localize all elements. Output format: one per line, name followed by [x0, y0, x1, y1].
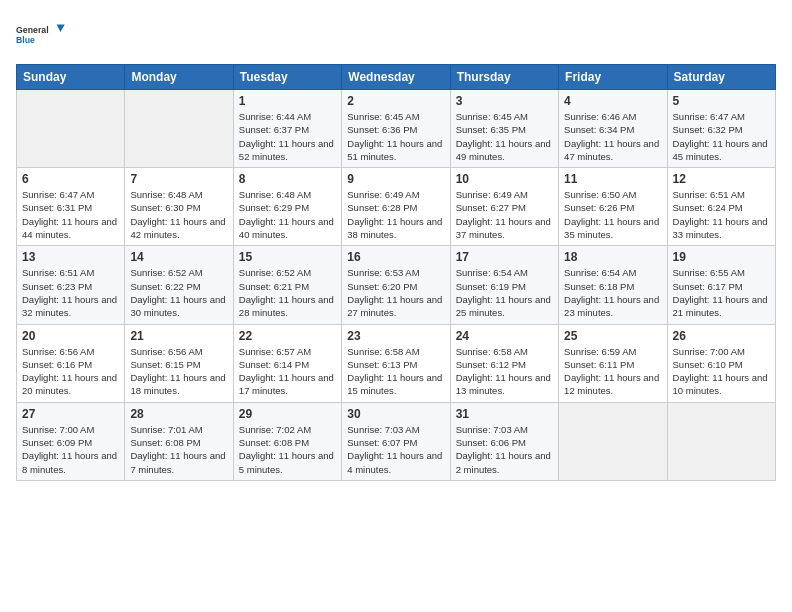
day-cell [125, 90, 233, 168]
day-cell: 30Sunrise: 7:03 AMSunset: 6:07 PMDayligh… [342, 402, 450, 480]
weekday-header-sunday: Sunday [17, 65, 125, 90]
day-info: Sunrise: 7:03 AMSunset: 6:07 PMDaylight:… [347, 423, 444, 476]
day-info: Sunrise: 6:50 AMSunset: 6:26 PMDaylight:… [564, 188, 661, 241]
svg-text:General: General [16, 25, 49, 35]
day-info: Sunrise: 6:46 AMSunset: 6:34 PMDaylight:… [564, 110, 661, 163]
day-info: Sunrise: 6:54 AMSunset: 6:18 PMDaylight:… [564, 266, 661, 319]
day-info: Sunrise: 6:45 AMSunset: 6:36 PMDaylight:… [347, 110, 444, 163]
day-info: Sunrise: 6:47 AMSunset: 6:31 PMDaylight:… [22, 188, 119, 241]
logo: General Blue [16, 16, 66, 54]
day-info: Sunrise: 7:03 AMSunset: 6:06 PMDaylight:… [456, 423, 553, 476]
weekday-header-friday: Friday [559, 65, 667, 90]
day-info: Sunrise: 6:45 AMSunset: 6:35 PMDaylight:… [456, 110, 553, 163]
day-cell: 1Sunrise: 6:44 AMSunset: 6:37 PMDaylight… [233, 90, 341, 168]
day-number: 14 [130, 250, 227, 264]
calendar-body: 1Sunrise: 6:44 AMSunset: 6:37 PMDaylight… [17, 90, 776, 481]
day-number: 23 [347, 329, 444, 343]
day-info: Sunrise: 7:01 AMSunset: 6:08 PMDaylight:… [130, 423, 227, 476]
day-cell: 29Sunrise: 7:02 AMSunset: 6:08 PMDayligh… [233, 402, 341, 480]
header: General Blue [16, 16, 776, 54]
day-cell [17, 90, 125, 168]
week-row-3: 13Sunrise: 6:51 AMSunset: 6:23 PMDayligh… [17, 246, 776, 324]
day-cell: 23Sunrise: 6:58 AMSunset: 6:13 PMDayligh… [342, 324, 450, 402]
weekday-header-monday: Monday [125, 65, 233, 90]
weekday-header-wednesday: Wednesday [342, 65, 450, 90]
day-number: 30 [347, 407, 444, 421]
svg-text:Blue: Blue [16, 35, 35, 45]
day-number: 2 [347, 94, 444, 108]
day-number: 16 [347, 250, 444, 264]
day-number: 12 [673, 172, 770, 186]
day-number: 15 [239, 250, 336, 264]
day-cell: 21Sunrise: 6:56 AMSunset: 6:15 PMDayligh… [125, 324, 233, 402]
day-info: Sunrise: 6:47 AMSunset: 6:32 PMDaylight:… [673, 110, 770, 163]
day-cell: 5Sunrise: 6:47 AMSunset: 6:32 PMDaylight… [667, 90, 775, 168]
day-number: 19 [673, 250, 770, 264]
week-row-1: 1Sunrise: 6:44 AMSunset: 6:37 PMDaylight… [17, 90, 776, 168]
week-row-2: 6Sunrise: 6:47 AMSunset: 6:31 PMDaylight… [17, 168, 776, 246]
day-info: Sunrise: 6:56 AMSunset: 6:16 PMDaylight:… [22, 345, 119, 398]
day-info: Sunrise: 6:57 AMSunset: 6:14 PMDaylight:… [239, 345, 336, 398]
day-info: Sunrise: 6:48 AMSunset: 6:29 PMDaylight:… [239, 188, 336, 241]
day-cell: 25Sunrise: 6:59 AMSunset: 6:11 PMDayligh… [559, 324, 667, 402]
day-cell: 19Sunrise: 6:55 AMSunset: 6:17 PMDayligh… [667, 246, 775, 324]
day-number: 17 [456, 250, 553, 264]
day-cell [559, 402, 667, 480]
day-number: 3 [456, 94, 553, 108]
day-cell: 28Sunrise: 7:01 AMSunset: 6:08 PMDayligh… [125, 402, 233, 480]
day-info: Sunrise: 6:51 AMSunset: 6:24 PMDaylight:… [673, 188, 770, 241]
day-cell: 10Sunrise: 6:49 AMSunset: 6:27 PMDayligh… [450, 168, 558, 246]
day-cell: 7Sunrise: 6:48 AMSunset: 6:30 PMDaylight… [125, 168, 233, 246]
day-info: Sunrise: 6:58 AMSunset: 6:13 PMDaylight:… [347, 345, 444, 398]
day-number: 6 [22, 172, 119, 186]
calendar-table: SundayMondayTuesdayWednesdayThursdayFrid… [16, 64, 776, 481]
day-cell: 31Sunrise: 7:03 AMSunset: 6:06 PMDayligh… [450, 402, 558, 480]
day-info: Sunrise: 6:53 AMSunset: 6:20 PMDaylight:… [347, 266, 444, 319]
day-info: Sunrise: 7:00 AMSunset: 6:09 PMDaylight:… [22, 423, 119, 476]
day-number: 20 [22, 329, 119, 343]
day-number: 9 [347, 172, 444, 186]
logo-svg: General Blue [16, 16, 66, 54]
day-cell: 9Sunrise: 6:49 AMSunset: 6:28 PMDaylight… [342, 168, 450, 246]
day-cell: 22Sunrise: 6:57 AMSunset: 6:14 PMDayligh… [233, 324, 341, 402]
day-cell: 20Sunrise: 6:56 AMSunset: 6:16 PMDayligh… [17, 324, 125, 402]
day-number: 31 [456, 407, 553, 421]
day-cell: 18Sunrise: 6:54 AMSunset: 6:18 PMDayligh… [559, 246, 667, 324]
day-number: 11 [564, 172, 661, 186]
day-info: Sunrise: 6:55 AMSunset: 6:17 PMDaylight:… [673, 266, 770, 319]
svg-marker-2 [57, 24, 65, 32]
day-number: 18 [564, 250, 661, 264]
week-row-5: 27Sunrise: 7:00 AMSunset: 6:09 PMDayligh… [17, 402, 776, 480]
day-number: 27 [22, 407, 119, 421]
day-cell: 2Sunrise: 6:45 AMSunset: 6:36 PMDaylight… [342, 90, 450, 168]
day-info: Sunrise: 6:58 AMSunset: 6:12 PMDaylight:… [456, 345, 553, 398]
day-number: 22 [239, 329, 336, 343]
day-cell: 6Sunrise: 6:47 AMSunset: 6:31 PMDaylight… [17, 168, 125, 246]
day-info: Sunrise: 6:52 AMSunset: 6:21 PMDaylight:… [239, 266, 336, 319]
day-cell: 16Sunrise: 6:53 AMSunset: 6:20 PMDayligh… [342, 246, 450, 324]
day-number: 26 [673, 329, 770, 343]
day-info: Sunrise: 6:54 AMSunset: 6:19 PMDaylight:… [456, 266, 553, 319]
day-number: 13 [22, 250, 119, 264]
day-cell: 3Sunrise: 6:45 AMSunset: 6:35 PMDaylight… [450, 90, 558, 168]
day-info: Sunrise: 6:49 AMSunset: 6:27 PMDaylight:… [456, 188, 553, 241]
weekday-header-thursday: Thursday [450, 65, 558, 90]
day-number: 1 [239, 94, 336, 108]
day-number: 21 [130, 329, 227, 343]
day-cell: 13Sunrise: 6:51 AMSunset: 6:23 PMDayligh… [17, 246, 125, 324]
day-number: 29 [239, 407, 336, 421]
day-cell: 11Sunrise: 6:50 AMSunset: 6:26 PMDayligh… [559, 168, 667, 246]
weekday-header-tuesday: Tuesday [233, 65, 341, 90]
day-number: 5 [673, 94, 770, 108]
weekday-header-row: SundayMondayTuesdayWednesdayThursdayFrid… [17, 65, 776, 90]
day-cell: 14Sunrise: 6:52 AMSunset: 6:22 PMDayligh… [125, 246, 233, 324]
day-info: Sunrise: 7:00 AMSunset: 6:10 PMDaylight:… [673, 345, 770, 398]
day-cell: 12Sunrise: 6:51 AMSunset: 6:24 PMDayligh… [667, 168, 775, 246]
day-info: Sunrise: 6:52 AMSunset: 6:22 PMDaylight:… [130, 266, 227, 319]
week-row-4: 20Sunrise: 6:56 AMSunset: 6:16 PMDayligh… [17, 324, 776, 402]
day-number: 24 [456, 329, 553, 343]
day-cell: 24Sunrise: 6:58 AMSunset: 6:12 PMDayligh… [450, 324, 558, 402]
day-cell: 27Sunrise: 7:00 AMSunset: 6:09 PMDayligh… [17, 402, 125, 480]
weekday-header-saturday: Saturday [667, 65, 775, 90]
day-number: 28 [130, 407, 227, 421]
